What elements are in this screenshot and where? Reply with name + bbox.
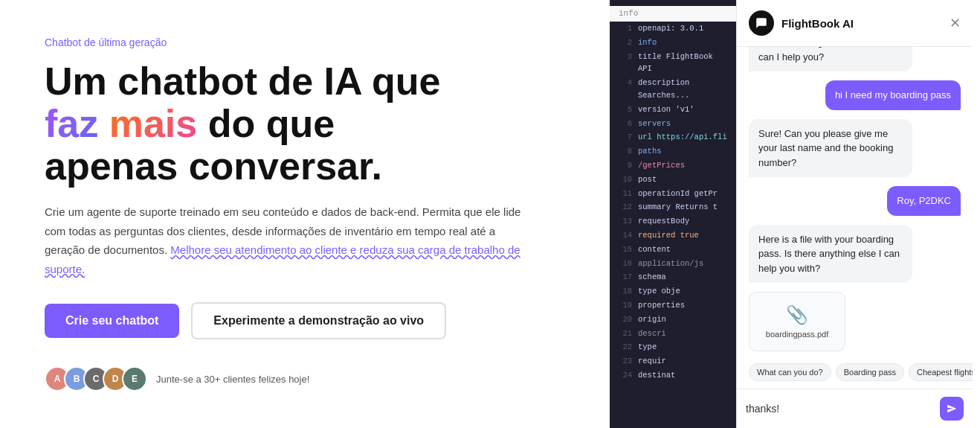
chat-close-button[interactable]: ✕ <box>950 16 961 30</box>
cta-row: Crie seu chatbot Experimente a demonstra… <box>45 302 565 339</box>
code-line: 9 /getPrices <box>610 159 736 173</box>
code-line: 7 url https://api.fli <box>610 130 736 144</box>
attachment-icon: 📎 <box>786 304 808 325</box>
send-button[interactable] <box>940 397 964 421</box>
code-line: 5 version 'v1' <box>610 103 736 117</box>
avatar: E <box>122 366 147 392</box>
hero-line2: do que <box>208 102 335 145</box>
quick-reply-button[interactable]: What can you do? <box>749 363 831 381</box>
user-message: Roy, P2DKC <box>887 186 961 216</box>
code-line: 17 schema <box>610 270 736 284</box>
code-line: 22 type <box>610 340 736 354</box>
attachment-card[interactable]: 📎boardingpass.pdf <box>749 292 845 351</box>
bot-message: Here is a file with your boarding pass. … <box>749 225 912 284</box>
social-proof: A B C D E Junte-se a 30+ clientes felize… <box>45 366 565 392</box>
code-line: 16 application/js <box>610 257 736 271</box>
code-line: 11 operationId getPr <box>610 187 736 201</box>
code-line: 1openapi: 3.0.1 <box>610 22 736 36</box>
code-line: 18 type obje <box>610 284 736 298</box>
tag-line: Chatbot de última geração <box>45 36 565 48</box>
chat-input-row <box>737 389 973 428</box>
social-proof-text: Junte-se a 30+ clientes felizes hoje! <box>156 374 309 385</box>
code-line: 19 properties <box>610 298 736 313</box>
code-line: 20 origin <box>610 313 736 327</box>
chat-header: FlightBook AI ✕ <box>737 0 973 47</box>
code-line: 2info <box>610 36 736 50</box>
hero-description: Crie um agente de suporte treinado em se… <box>45 202 535 278</box>
hero-line1: Um chatbot de IA que <box>45 60 441 103</box>
quick-reply-button[interactable]: Cheapest flights to Frankfu <box>909 363 973 381</box>
chat-panel: FlightBook AI ✕ Hello! I am FlightBook A… <box>736 0 973 428</box>
code-line: 24 destinat <box>610 368 736 383</box>
code-line: 4 description Searches... <box>610 76 736 103</box>
hero-line3: apenas conversar. <box>45 144 382 188</box>
info-label: info <box>619 9 638 18</box>
code-line: 12 summary Returns t <box>610 200 736 214</box>
chat-title: FlightBook AI <box>781 17 942 30</box>
code-line: 23 requir <box>610 354 736 368</box>
avatar-group: A B C D E <box>45 366 147 392</box>
code-line: 8paths <box>610 144 736 159</box>
bot-message: Sure! Can you please give me your last n… <box>749 119 912 178</box>
bot-message: Hello! I am FlightBook AI. How can I hel… <box>749 47 912 71</box>
user-message: hi I need my boarding pass <box>825 80 961 110</box>
attachment-filename: boardingpass.pdf <box>766 330 828 339</box>
chat-messages: Hello! I am FlightBook AI. How can I hel… <box>737 47 973 363</box>
chat-input[interactable] <box>746 403 934 415</box>
code-lines: 1openapi: 3.0.12info3 title FlightBook A… <box>610 22 736 383</box>
code-line: 3 title FlightBook API <box>610 50 736 77</box>
chat-logo-icon <box>749 10 774 36</box>
hero-title: Um chatbot de IA que faz mais do que ape… <box>45 60 550 188</box>
code-line: 6servers <box>610 117 736 131</box>
quick-reply-button[interactable]: Boarding pass <box>836 363 904 381</box>
demo-button[interactable]: Experimente a demonstração ao vivo <box>191 302 446 339</box>
hero-faz: faz <box>45 102 98 145</box>
code-panel: info 1openapi: 3.0.12info3 title FlightB… <box>610 0 736 428</box>
hero-mais: mais <box>109 102 198 145</box>
create-chatbot-button[interactable]: Crie seu chatbot <box>45 304 179 338</box>
code-line: 13 requestBody <box>610 214 736 229</box>
quick-replies: What can you do?Boarding passCheapest fl… <box>737 363 973 389</box>
code-line: 14 required true <box>610 229 736 243</box>
code-line: 21 descri <box>610 327 736 341</box>
code-line: 10 post <box>610 173 736 187</box>
code-line: 15 content <box>610 243 736 257</box>
info-bar: info <box>610 6 736 22</box>
left-panel: Chatbot de última geração Um chatbot de … <box>0 0 610 428</box>
